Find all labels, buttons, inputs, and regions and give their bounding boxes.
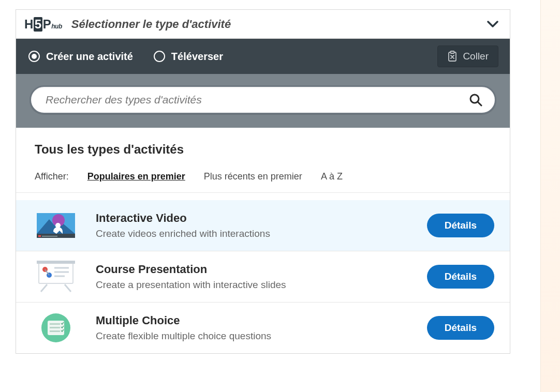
svg-rect-1 xyxy=(451,51,454,53)
svg-line-20 xyxy=(65,284,71,292)
show-label: Afficher: xyxy=(35,171,69,182)
svg-line-3 xyxy=(478,102,482,106)
details-button[interactable]: Détails xyxy=(427,316,494,340)
spacer xyxy=(16,193,510,200)
item-title: Interactive Video xyxy=(96,212,427,225)
item-info: Course Presentation Create a presentatio… xyxy=(96,263,427,291)
chevron-down-icon xyxy=(487,21,498,28)
course-presentation-icon xyxy=(37,263,75,291)
svg-rect-23 xyxy=(50,323,60,325)
logo-5: 5 xyxy=(34,17,42,32)
panel-header: H 5 P hub Sélectionner le type d'activit… xyxy=(16,10,510,39)
item-info: Interactive Video Create videos enriched… xyxy=(96,212,427,239)
item-info: Multiple Choice Create flexible multiple… xyxy=(96,314,427,342)
interactive-video-icon xyxy=(37,212,75,239)
list-item[interactable]: Multiple Choice Create flexible multiple… xyxy=(16,303,510,353)
svg-rect-10 xyxy=(42,236,57,237)
create-activity-option[interactable]: Créer une activité xyxy=(28,51,133,63)
sort-recent[interactable]: Plus récents en premier xyxy=(204,171,302,182)
panel-title: Sélectionner le type d'activité xyxy=(71,18,231,31)
radio-selected-icon xyxy=(28,51,40,62)
sort-filters: Afficher: Populaires en premier Plus réc… xyxy=(35,171,491,182)
logo-hub: hub xyxy=(51,23,62,30)
sort-az[interactable]: A à Z xyxy=(321,171,343,182)
radio-unselected-icon xyxy=(154,51,165,62)
list-item[interactable]: Interactive Video Create videos enriched… xyxy=(16,200,510,251)
upload-option[interactable]: Téléverser xyxy=(154,51,223,63)
item-desc: Create flexible multiple choice question… xyxy=(96,330,427,342)
svg-rect-11 xyxy=(39,263,73,283)
search-zone xyxy=(16,74,510,128)
list-header: Tous les types d'activités Afficher: Pop… xyxy=(16,128,510,193)
details-button[interactable]: Détails xyxy=(427,265,494,289)
search-input[interactable] xyxy=(46,94,469,106)
paste-button[interactable]: Coller xyxy=(437,46,498,67)
upload-label: Téléverser xyxy=(171,51,223,63)
search-icon xyxy=(469,93,482,107)
h5p-hub-panel: H 5 P hub Sélectionner le type d'activit… xyxy=(16,9,510,354)
mode-toolbar: Créer une activité Téléverser Coller xyxy=(16,39,510,74)
svg-point-7 xyxy=(55,223,61,228)
svg-rect-25 xyxy=(50,330,60,332)
sort-popular[interactable]: Populaires en premier xyxy=(87,171,185,182)
item-title: Course Presentation xyxy=(96,263,427,276)
svg-rect-9 xyxy=(38,235,41,237)
list-item[interactable]: Course Presentation Create a presentatio… xyxy=(16,251,510,303)
item-desc: Create a presentation with interactive s… xyxy=(96,279,427,291)
svg-rect-12 xyxy=(37,261,75,264)
multiple-choice-icon xyxy=(37,314,75,342)
item-title: Multiple Choice xyxy=(96,314,427,327)
details-button[interactable]: Détails xyxy=(427,214,494,237)
logo-h: H xyxy=(24,17,33,32)
svg-rect-24 xyxy=(50,327,60,328)
logo-p: P xyxy=(43,17,51,32)
paste-label: Coller xyxy=(463,51,489,62)
create-activity-label: Créer une activité xyxy=(46,51,133,63)
collapse-toggle[interactable] xyxy=(487,21,498,28)
right-gutter xyxy=(540,0,560,392)
search-pill xyxy=(30,85,496,114)
h5p-logo: H 5 P hub xyxy=(24,17,62,32)
list-title: Tous les types d'activités xyxy=(35,142,491,157)
clipboard-icon xyxy=(447,51,458,62)
item-desc: Create videos enriched with interactions xyxy=(96,228,427,239)
svg-line-19 xyxy=(41,284,47,292)
